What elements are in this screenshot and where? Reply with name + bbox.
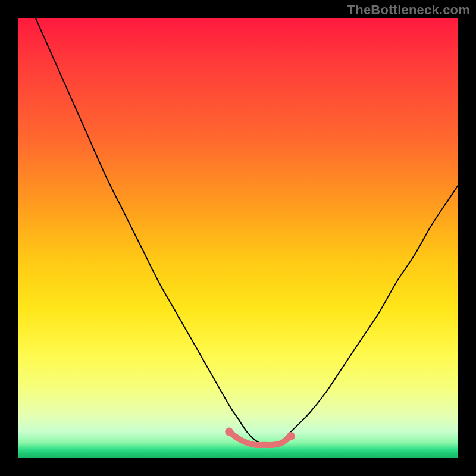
curve-layer: [18, 18, 458, 458]
plot-area: [18, 18, 458, 458]
optimal-range-start-dot: [225, 428, 233, 436]
optimal-range-end-dot: [287, 432, 295, 440]
optimal-range-marker: [229, 432, 291, 445]
chart-frame: TheBottleneck.com: [0, 0, 476, 476]
watermark-text: TheBottleneck.com: [347, 2, 470, 18]
bottleneck-curve: [36, 18, 458, 446]
